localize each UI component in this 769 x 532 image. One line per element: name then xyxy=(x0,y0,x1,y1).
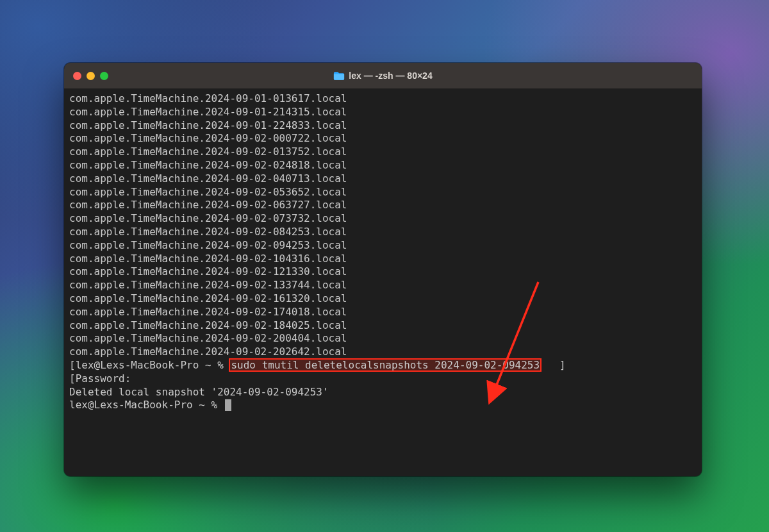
zoom-window-button[interactable] xyxy=(100,72,108,80)
close-window-button[interactable] xyxy=(73,72,81,80)
snapshot-line: com.apple.TimeMachine.2024-09-02-202642.… xyxy=(69,345,697,359)
snapshot-line: com.apple.TimeMachine.2024-09-02-184025.… xyxy=(69,319,697,333)
window-title-text: lex — -zsh — 80×24 xyxy=(349,71,432,81)
snapshot-line: com.apple.TimeMachine.2024-09-01-214315.… xyxy=(69,106,697,119)
shell-prompt: lex@Lexs-MacBook-Pro ~ % xyxy=(76,359,230,371)
snapshot-line: com.apple.TimeMachine.2024-09-01-013617.… xyxy=(69,92,697,106)
snapshot-line: com.apple.TimeMachine.2024-09-02-053652.… xyxy=(69,186,697,199)
snapshot-line: com.apple.TimeMachine.2024-09-02-084253.… xyxy=(69,226,697,239)
command-line: [lex@Lexs-MacBook-Pro ~ % sudo tmutil de… xyxy=(69,359,697,372)
folder-icon xyxy=(333,71,345,81)
snapshot-line: com.apple.TimeMachine.2024-09-02-073732.… xyxy=(69,212,697,226)
window-title: lex — -zsh — 80×24 xyxy=(64,71,702,81)
terminal-window: lex — -zsh — 80×24 com.apple.TimeMachine… xyxy=(64,63,702,476)
password-line: [Password: xyxy=(69,372,697,386)
window-titlebar[interactable]: lex — -zsh — 80×24 xyxy=(64,63,702,88)
snapshot-line: com.apple.TimeMachine.2024-09-02-013752.… xyxy=(69,145,697,159)
snapshot-line: com.apple.TimeMachine.2024-09-02-133744.… xyxy=(69,279,697,292)
result-line: Deleted local snapshot '2024-09-02-09425… xyxy=(69,386,697,399)
snapshot-line: com.apple.TimeMachine.2024-09-02-040713.… xyxy=(69,172,697,186)
snapshot-line: com.apple.TimeMachine.2024-09-02-024818.… xyxy=(69,159,697,172)
snapshot-line: com.apple.TimeMachine.2024-09-02-104316.… xyxy=(69,253,697,266)
snapshot-line: com.apple.TimeMachine.2024-09-02-161320.… xyxy=(69,292,697,306)
highlighted-command: sudo tmutil deletelocalsnapshots 2024-09… xyxy=(229,359,541,371)
snapshot-line: com.apple.TimeMachine.2024-09-01-224833.… xyxy=(69,119,697,133)
snapshot-line: com.apple.TimeMachine.2024-09-02-000722.… xyxy=(69,132,697,145)
cursor xyxy=(225,399,231,411)
snapshot-line: com.apple.TimeMachine.2024-09-02-063727.… xyxy=(69,199,697,212)
next-prompt-line: lex@Lexs-MacBook-Pro ~ % xyxy=(69,399,697,412)
snapshot-line: com.apple.TimeMachine.2024-09-02-174018.… xyxy=(69,306,697,319)
snapshot-line: com.apple.TimeMachine.2024-09-02-121330.… xyxy=(69,265,697,279)
snapshot-line: com.apple.TimeMachine.2024-09-02-094253.… xyxy=(69,239,697,253)
minimize-window-button[interactable] xyxy=(87,72,95,80)
window-controls xyxy=(73,72,108,80)
snapshot-line: com.apple.TimeMachine.2024-09-02-200404.… xyxy=(69,332,697,345)
terminal-body[interactable]: com.apple.TimeMachine.2024-09-01-013617.… xyxy=(64,88,702,476)
